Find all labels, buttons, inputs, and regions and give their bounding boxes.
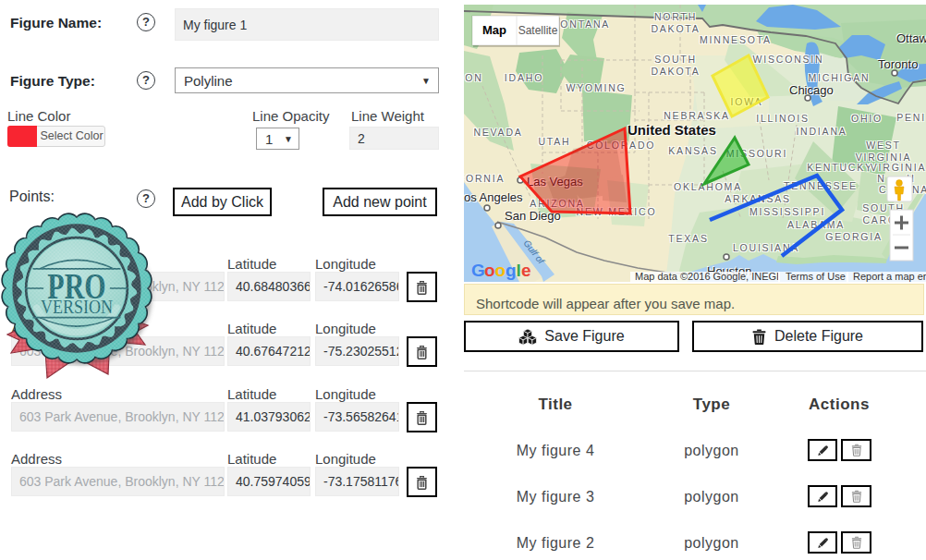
svg-text:Map: Map [482,23,506,37]
svg-text:NORTH: NORTH [654,11,697,22]
svg-text:KENTUCKY: KENTUCKY [807,162,873,173]
svg-text:IDAHO: IDAHO [505,72,543,83]
svg-text:Chicago: Chicago [789,83,834,97]
svg-text:United States: United States [627,122,716,138]
svg-text:MISSISSIPPI: MISSISSIPPI [749,206,825,217]
svg-text:o: o [484,261,495,280]
svg-text:DAKOTA: DAKOTA [651,23,700,34]
svg-text:INDIANA: INDIANA [796,126,847,137]
svg-text:os Angeles: os Angeles [464,190,523,204]
svg-text:Map data ©2016 Google, INEGI: Map data ©2016 Google, INEGI [635,271,779,282]
svg-text:ILLINOIS: ILLINOIS [756,113,810,124]
svg-text:Toronto: Toronto [878,57,918,71]
svg-text:VIRGINIA: VIRGINIA [871,162,926,173]
svg-text:PENI: PENI [896,112,926,123]
svg-text:MICHIGAN: MICHIGAN [809,72,871,83]
svg-text:Satellite: Satellite [518,24,558,37]
svg-text:NA: NA [912,184,926,195]
svg-text:g: g [506,261,517,280]
svg-text:MINNESOTA: MINNESOTA [700,34,772,45]
svg-text:WEST: WEST [866,140,901,151]
svg-text:NEBRASKA: NEBRASKA [664,110,730,121]
svg-text:e: e [521,261,531,280]
svg-text:o: o [495,261,506,280]
svg-text:TEXAS: TEXAS [668,233,708,244]
svg-text:GON: GON [464,72,483,83]
svg-text:KANSAS: KANSAS [668,145,717,156]
svg-text:G: G [471,261,485,280]
svg-text:N: N [877,173,885,184]
svg-text:NEVADA: NEVADA [473,127,522,138]
svg-text:GEORGIA: GEORGIA [825,231,883,242]
svg-text:Report a map error: Report a map error [853,271,926,282]
svg-text:SOUTH: SOUTH [654,54,697,65]
svg-text:UTAH: UTAH [538,136,570,147]
svg-text:OHIO: OHIO [851,113,883,124]
svg-text:WISCONSIN: WISCONSIN [753,54,824,65]
svg-text:DAKOTA: DAKOTA [651,66,700,77]
svg-text:l: l [517,261,521,280]
svg-text:Terms of Use: Terms of Use [786,271,846,282]
svg-text:WYOMING: WYOMING [566,82,626,93]
svg-text:Ottaw: Ottaw [896,31,926,45]
svg-text:FORNIA: FORNIA [464,173,505,184]
